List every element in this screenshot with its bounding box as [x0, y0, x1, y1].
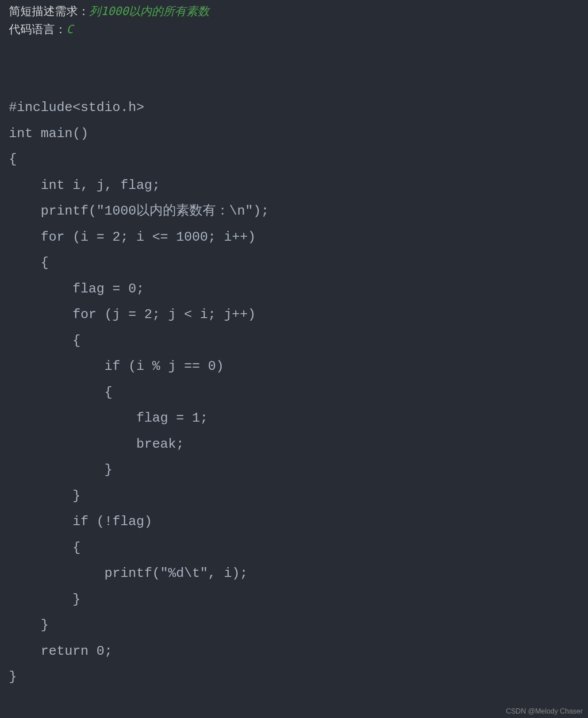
code-line: for (j = 2; j < i; j++) [9, 307, 256, 322]
code-line: break; [9, 437, 184, 452]
code-block[interactable]: #include<stdio.h> int main() { int i, j,… [0, 81, 588, 699]
code-line: #include<stdio.h> [9, 100, 144, 115]
code-line: } [9, 462, 112, 477]
header: 简短描述需求：列1000以内的所有素数 代码语言：C [0, 0, 588, 42]
code-line: if (i % j == 0) [9, 359, 224, 374]
lang-value: C [66, 23, 73, 36]
code-line: } [9, 488, 81, 503]
code-line: { [9, 385, 112, 400]
code-line: { [9, 540, 81, 555]
code-line: } [9, 618, 49, 633]
lang-label: 代码语言： [9, 23, 66, 36]
prompt-num: 1000 [101, 4, 129, 18]
code-line: if (!flag) [9, 514, 152, 529]
code-line: { [9, 333, 81, 348]
code-line: int i, j, flag; [9, 178, 160, 193]
code-line: { [9, 255, 49, 270]
prompt-post: 以内的所有素数 [129, 4, 209, 18]
code-line: for (i = 2; i <= 1000; i++) [9, 230, 256, 245]
lang-line: 代码语言：C [9, 22, 579, 37]
prompt-pre: 列 [89, 4, 101, 18]
code-line: { [9, 152, 17, 167]
code-line: } [9, 669, 17, 684]
code-line: printf("%d\t", i); [9, 566, 248, 581]
prompt-line: 简短描述需求：列1000以内的所有素数 [9, 4, 579, 19]
code-line: flag = 1; [9, 411, 208, 426]
code-line: } [9, 592, 81, 607]
code-line: printf("1000以内的素数有：\n"); [9, 203, 269, 219]
code-line: flag = 0; [9, 281, 144, 296]
code-line: return 0; [9, 644, 112, 659]
code-line: int main() [9, 126, 88, 141]
prompt-label: 简短描述需求： [9, 4, 89, 18]
watermark: CSDN @Melody Chaser [506, 707, 583, 715]
